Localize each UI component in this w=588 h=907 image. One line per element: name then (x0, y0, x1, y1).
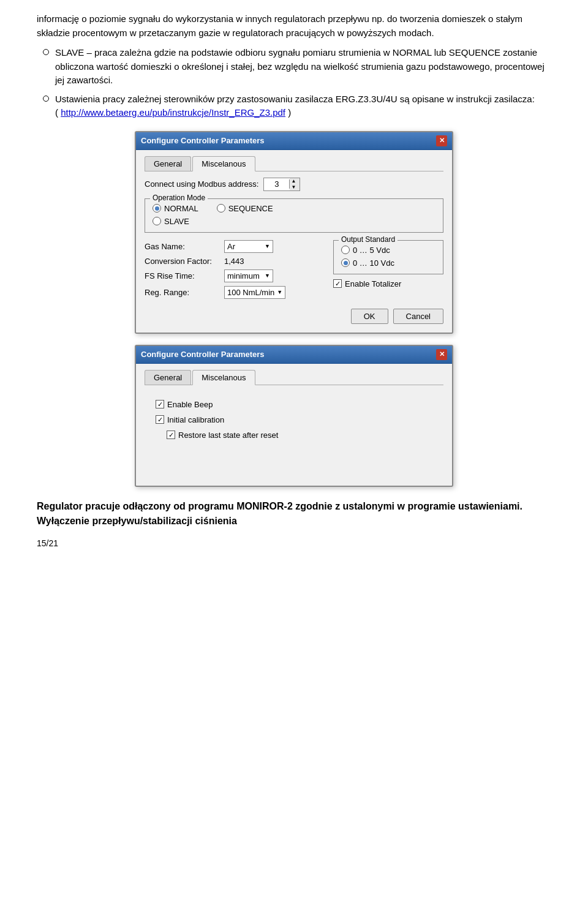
radio-sequence-circle (217, 204, 225, 213)
fs-rise-time-row: FS Rise Time: minimum ▼ (145, 269, 327, 282)
initial-calibration-row[interactable]: Initial calibration (156, 415, 432, 424)
bullet-icon-1 (43, 49, 49, 55)
radio-row-2: SLAVE (153, 217, 435, 226)
dialog2-title: Configure Controller Parameters (141, 350, 265, 359)
dialog1: Configure Controller Parameters ✕ Genera… (135, 131, 453, 334)
dialog1-cancel-button[interactable]: Cancel (393, 309, 443, 324)
dialog1-ok-button[interactable]: OK (351, 309, 388, 324)
fs-rise-time-value: minimum (227, 271, 260, 280)
modbus-spinner[interactable]: 3 ▲ ▼ (263, 178, 300, 191)
modbus-value: 3 (264, 179, 290, 189)
operation-mode-group: Operation Mode NORMAL SEQUENCE (145, 198, 443, 233)
main-content: informację o poziomie sygnału do wykorzy… (37, 12, 551, 548)
radio-normal-circle (153, 204, 161, 213)
misc-body: Enable Beep Initial calibration Restore … (145, 391, 443, 477)
initial-calibration-checkbox[interactable] (156, 415, 164, 424)
dialog1-body: General Miscelanous Connect using Modbus… (136, 150, 452, 333)
radio-sequence[interactable]: SEQUENCE (217, 204, 273, 213)
dialog2-tabs: General Miscelanous (145, 370, 443, 385)
params-right: Output Standard 0 … 5 Vdc 0 … 10 Vdc (333, 240, 443, 303)
bullet-text-1: SLAVE – praca zależna gdzie na podstawie… (55, 46, 551, 88)
enable-beep-checkbox[interactable] (156, 400, 164, 408)
gas-name-dropdown[interactable]: Ar ▼ (224, 240, 273, 253)
output-10vdc[interactable]: 0 … 10 Vdc (341, 258, 421, 268)
conversion-factor-label: Conversion Factor: (145, 257, 224, 266)
dialog2-tab-general[interactable]: General (145, 370, 191, 385)
bullet-text-2: Ustawienia pracy zależnej sterowników pr… (55, 92, 535, 120)
output-5vdc-circle (341, 246, 350, 254)
radio-slave-circle (153, 217, 161, 225)
dialog1-wrapper: Configure Controller Parameters ✕ Genera… (37, 131, 551, 334)
reg-range-row: Reg. Range: 100 NmL/min ▼ (145, 286, 327, 299)
restore-last-state-row[interactable]: Restore last state after reset (156, 431, 432, 440)
radio-normal-label: NORMAL (164, 204, 198, 213)
dialog1-tab-general[interactable]: General (145, 156, 191, 171)
output-standard-label: Output Standard (339, 235, 398, 244)
output-10vdc-label: 0 … 10 Vdc (353, 258, 394, 268)
output-standard-group: Output Standard 0 … 5 Vdc 0 … 10 Vdc (333, 240, 443, 274)
conversion-factor-value: 1,443 (224, 257, 244, 266)
enable-beep-row[interactable]: Enable Beep (156, 400, 432, 409)
reg-range-dropdown[interactable]: 100 NmL/min ▼ (224, 286, 285, 299)
conversion-factor-row: Conversion Factor: 1,443 (145, 257, 327, 266)
dialog2-wrapper: Configure Controller Parameters ✕ Genera… (37, 345, 551, 487)
reg-range-label: Reg. Range: (145, 288, 224, 297)
bottom-text: Regulator pracuje odłączony od programu … (37, 501, 522, 526)
page-number: 15/21 (37, 538, 551, 548)
bullet-text-2-prefix: Ustawienia pracy zależnej sterowników pr… (55, 94, 535, 104)
radio-slave-label: SLAVE (164, 217, 189, 226)
bullet-item-1: SLAVE – praca zależna gdzie na podstawie… (43, 46, 551, 88)
dialog1-titlebar: Configure Controller Parameters ✕ (136, 132, 452, 150)
fs-rise-time-dropdown-arrow: ▼ (265, 273, 270, 279)
restore-last-state-checkbox[interactable] (167, 431, 175, 439)
dialog2-titlebar: Configure Controller Parameters ✕ (136, 346, 452, 364)
modbus-arrows: ▲ ▼ (290, 178, 300, 190)
dialog1-buttons: OK Cancel (145, 309, 443, 324)
intro-text: informację o poziomie sygnału do wykorzy… (37, 13, 522, 38)
gas-name-value: Ar (227, 242, 235, 251)
reg-range-value: 100 NmL/min (227, 288, 274, 297)
dialog2-body: General Miscelanous Enable Beep Initial … (136, 364, 452, 486)
modbus-row: Connect using Modbus address: 3 ▲ ▼ (145, 178, 443, 191)
dialog1-close-button[interactable]: ✕ (436, 135, 447, 146)
initial-calibration-label: Initial calibration (167, 415, 224, 424)
dialog1-title: Configure Controller Parameters (141, 136, 265, 145)
bullet-item-2: Ustawienia pracy zależnej sterowników pr… (43, 92, 551, 120)
fs-rise-time-label: FS Rise Time: (145, 271, 224, 280)
params-section: Gas Name: Ar ▼ Conversion Factor: 1,443 (145, 240, 443, 303)
erg-link[interactable]: http://www.betaerg.eu/pub/instrukcje/Ins… (61, 107, 285, 118)
dialog2-close-button[interactable]: ✕ (436, 349, 447, 360)
gas-name-row: Gas Name: Ar ▼ (145, 240, 327, 253)
bullet-text-2-paren-open: ( (55, 107, 61, 118)
fs-rise-time-dropdown[interactable]: minimum ▼ (224, 269, 273, 282)
dialog2: Configure Controller Parameters ✕ Genera… (135, 345, 453, 487)
dialog1-tabs: General Miscelanous (145, 156, 443, 171)
gas-name-label: Gas Name: (145, 242, 224, 251)
radio-slave[interactable]: SLAVE (153, 217, 189, 226)
modbus-label: Connect using Modbus address: (145, 179, 258, 189)
bullet-icon-2 (43, 96, 49, 102)
radio-sequence-label: SEQUENCE (228, 204, 273, 213)
enable-totalizer-row[interactable]: Enable Totalizer (333, 279, 443, 288)
restore-last-state-label: Restore last state after reset (178, 431, 278, 440)
reg-range-dropdown-arrow: ▼ (277, 289, 282, 295)
bullet-list: SLAVE – praca zależna gdzie na podstawie… (37, 46, 551, 120)
dialog1-tab-miscelanous[interactable]: Miscelanous (192, 156, 255, 171)
modbus-arrow-up[interactable]: ▲ (290, 178, 300, 184)
radio-normal[interactable]: NORMAL (153, 204, 198, 213)
params-left: Gas Name: Ar ▼ Conversion Factor: 1,443 (145, 240, 327, 303)
bottom-bold-text: Regulator pracuje odłączony od programu … (37, 499, 551, 529)
intro-paragraph: informację o poziomie sygnału do wykorzy… (37, 12, 551, 40)
radio-row-1: NORMAL SEQUENCE (153, 204, 435, 213)
output-5vdc[interactable]: 0 … 5 Vdc (341, 246, 421, 255)
enable-beep-label: Enable Beep (167, 400, 213, 409)
output-10vdc-circle (341, 258, 350, 267)
bullet-text-2-suffix: ) (285, 107, 291, 118)
gas-name-dropdown-arrow: ▼ (265, 243, 270, 249)
operation-mode-label: Operation Mode (150, 194, 208, 202)
enable-totalizer-label: Enable Totalizer (345, 279, 401, 288)
enable-totalizer-checkbox[interactable] (333, 279, 342, 288)
dialog2-tab-miscelanous[interactable]: Miscelanous (192, 370, 255, 385)
output-5vdc-label: 0 … 5 Vdc (353, 246, 390, 255)
modbus-arrow-down[interactable]: ▼ (290, 184, 300, 190)
